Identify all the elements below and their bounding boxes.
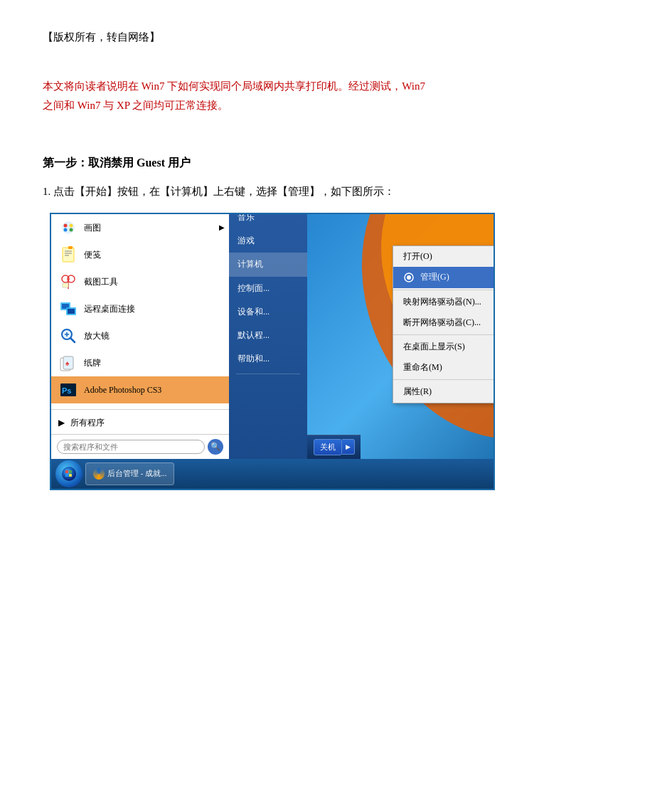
svg-rect-54 [69, 474, 72, 477]
right-menu-music-label: 音乐 [238, 213, 255, 225]
ctx-item-map[interactable]: 映射网络驱动器(N)... [393, 292, 495, 312]
ie-icon [93, 468, 105, 480]
start-menu-right-panel: Mac 文档 图片 音乐 游戏 计算机 控制面... 设备和... [229, 213, 307, 459]
ctx-item-rename[interactable]: 重命名(M) [393, 357, 495, 378]
right-menu-control[interactable]: 控制面... [229, 277, 307, 300]
menu-item-rdp[interactable]: 远程桌面连接 [51, 295, 229, 322]
start-menu: 入门 ▶ Windows Media Center [51, 213, 353, 459]
svg-rect-30 [68, 246, 73, 249]
start-menu-left-panel: 入门 ▶ Windows Media Center [51, 213, 229, 459]
menu-item-magnify-label: 放大镜 [84, 329, 110, 343]
svg-point-21 [62, 221, 75, 234]
ctx-item-open[interactable]: 打开(O) [393, 246, 495, 267]
ctx-item-properties[interactable]: 属性(R) [393, 381, 495, 402]
ctx-disconnect-label: 断开网络驱动器(C)... [403, 316, 481, 329]
svg-text:♠: ♠ [65, 359, 70, 367]
svg-rect-52 [69, 470, 72, 473]
intro-line2: 之间和 Win7 与 XP 之间均可正常连接。 [43, 100, 228, 111]
menu-item-cards[interactable]: ♠ 纸牌 [51, 349, 229, 376]
svg-rect-26 [63, 248, 74, 262]
step1-title: 第一步：取消禁用 Guest 用户 [43, 154, 629, 172]
search-button[interactable]: 🔍 [208, 439, 223, 455]
screenshot-container: 入门 ▶ Windows Media Center [50, 213, 495, 490]
all-programs-label: 所有程序 [70, 416, 105, 430]
ctx-item-show[interactable]: 在桌面上显示(S) [393, 337, 495, 357]
ctx-open-label: 打开(O) [403, 250, 432, 263]
right-menu-settings[interactable]: 设备和... [229, 300, 307, 324]
right-menu-computer[interactable]: 计算机 [229, 253, 307, 276]
ctx-manage-label: 管理(G) [420, 270, 449, 284]
svg-rect-51 [65, 470, 68, 473]
right-menu-computer-label: 计算机 [238, 258, 263, 271]
menu-item-notepad-label: 便笺 [84, 248, 101, 262]
right-menu-games[interactable]: 游戏 [229, 229, 307, 253]
start-button[interactable] [55, 460, 82, 487]
menu-item-photoshop[interactable]: Ps Adobe Photoshop CS3 [51, 376, 229, 403]
svg-text:Ps: Ps [62, 386, 71, 395]
manage-icon [403, 272, 415, 283]
menu-item-paint-label: 画图 [84, 221, 101, 235]
menu-item-snip-label: 截图工具 [84, 275, 118, 289]
ctx-properties-label: 属性(R) [403, 385, 432, 398]
shutdown-arrow-icon[interactable]: ▶ [342, 439, 355, 455]
context-menu: 打开(O) 管理(G) 映射网络驱动器(N)... 断开网络驱动器(C)... … [393, 245, 495, 403]
svg-point-23 [70, 224, 73, 228]
search-input[interactable] [57, 440, 205, 454]
svg-line-40 [70, 338, 75, 342]
taskbar: 后台管理 - 成就... [51, 459, 494, 489]
svg-point-25 [70, 228, 73, 232]
menu-item-rdp-label: 远程桌面连接 [84, 302, 135, 316]
menu-item-cards-label: 纸牌 [84, 356, 101, 370]
intro-line1: 本文将向读者说明在 Win7 下如何实现同个局域网内共享打印机。经过测试，Win… [43, 80, 425, 92]
right-menu-default[interactable]: 默认程... [229, 324, 307, 347]
svg-point-22 [64, 224, 68, 228]
menu-item-notepad[interactable]: 便笺 [51, 241, 229, 268]
ctx-rename-label: 重命名(M) [403, 361, 442, 374]
menu-item-snip[interactable]: 截图工具 [51, 268, 229, 295]
menu-item-photoshop-label: Adobe Photoshop CS3 [84, 383, 161, 397]
step1-instruction: 1. 点击【开始】按钮，在【计算机】上右键，选择【管理】，如下图所示： [43, 182, 629, 201]
menu-item-paint[interactable]: 画图 ▶ [51, 214, 229, 241]
all-programs-arrow-icon: ▶ [58, 416, 65, 430]
taskbar-backend-item[interactable]: 后台管理 - 成就... [85, 462, 174, 485]
right-menu-settings-label: 设备和... [238, 305, 270, 319]
menu-item-magnify[interactable]: 放大镜 [51, 322, 229, 349]
right-menu-music[interactable]: 音乐 [229, 213, 307, 230]
right-menu-control-label: 控制面... [238, 282, 270, 295]
svg-point-24 [64, 228, 68, 232]
intro-paragraph: 本文将向读者说明在 Win7 下如何实现同个局域网内共享打印机。经过测试，Win… [43, 77, 629, 115]
right-menu-default-label: 默认程... [238, 329, 270, 342]
svg-rect-53 [65, 474, 68, 477]
ctx-map-label: 映射网络驱动器(N)... [403, 295, 481, 309]
right-menu-help-label: 帮助和... [238, 352, 270, 366]
all-programs-item[interactable]: ▶ 所有程序 [51, 413, 229, 433]
taskbar-item-label: 后台管理 - 成就... [107, 467, 166, 480]
paint-arrow-icon: ▶ [219, 222, 225, 233]
svg-point-50 [62, 467, 76, 481]
right-menu-help[interactable]: 帮助和... [229, 347, 307, 371]
svg-rect-38 [68, 309, 75, 314]
right-menu-games-label: 游戏 [238, 234, 255, 248]
ctx-item-disconnect[interactable]: 断开网络驱动器(C)... [393, 312, 495, 333]
copyright-text: 【版权所有，转自网络】 [43, 28, 629, 46]
ctx-show-label: 在桌面上显示(S) [403, 340, 465, 354]
shutdown-button[interactable]: 关机 [314, 439, 342, 455]
svg-rect-34 [63, 283, 68, 287]
svg-point-49 [407, 275, 411, 280]
ctx-item-manage[interactable]: 管理(G) [393, 267, 495, 287]
windows-orb-icon [61, 466, 77, 482]
shutdown-bar: 关机 ▶ [307, 435, 361, 459]
